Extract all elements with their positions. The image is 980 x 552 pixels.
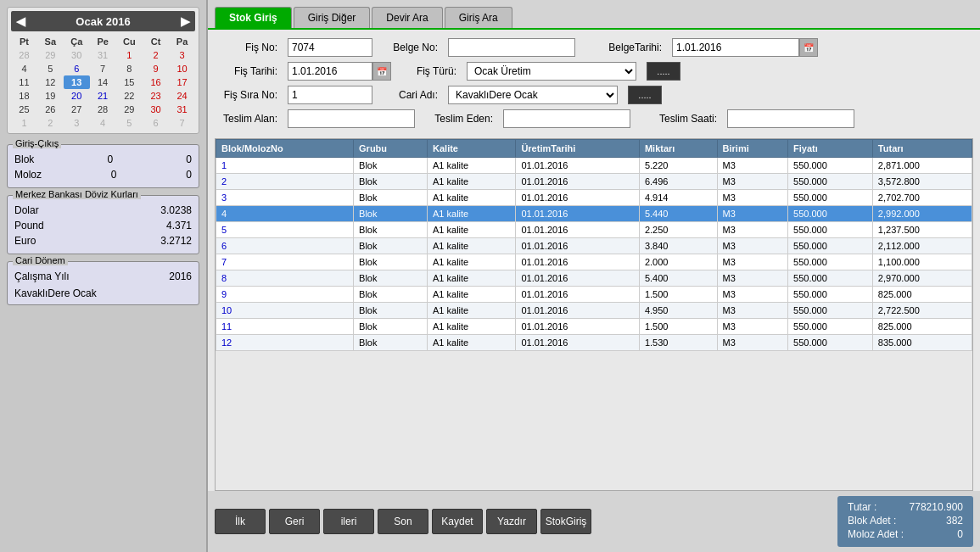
calendar-day[interactable]: 29 — [37, 48, 64, 62]
calendar-day[interactable]: 28 — [11, 48, 37, 62]
calendar-day[interactable]: 15 — [116, 75, 143, 89]
belge-tarihi-wrap: 📅 — [672, 38, 818, 57]
calendar-day[interactable]: 14 — [90, 75, 116, 89]
bottom-btn-ileri[interactable]: ileri — [323, 509, 374, 534]
calendar-day[interactable]: 16 — [143, 75, 169, 89]
fis-tarihi-input[interactable] — [288, 62, 372, 81]
table-cell: M3 — [717, 158, 788, 174]
fis-sira-no-input[interactable] — [288, 86, 372, 104]
table-cell: 550.000 — [788, 270, 873, 287]
calendar-day[interactable]: 29 — [116, 103, 143, 116]
calendar-day[interactable]: 31 — [169, 103, 195, 116]
fis-turu-select[interactable]: Ocak Üretim — [467, 62, 636, 81]
table-cell: M3 — [717, 335, 788, 351]
calendar-day-header: Ça — [64, 35, 90, 48]
table-cell: 3 — [216, 190, 354, 206]
bottom-btn-stokgiriş[interactable]: StokGiriş — [540, 509, 591, 534]
calendar-day[interactable]: 20 — [64, 89, 90, 103]
calendar-day[interactable]: 24 — [169, 89, 195, 103]
calendar-day[interactable]: 13 — [64, 75, 90, 89]
calendar-day[interactable]: 12 — [37, 75, 64, 89]
bottom-btn-geri[interactable]: Geri — [269, 509, 320, 534]
calendar-day[interactable]: 26 — [37, 103, 64, 116]
tab-devir-ara[interactable]: Devir Ara — [372, 7, 442, 28]
table-row[interactable]: 9BlokA1 kalite01.01.20161.500M3550.00082… — [216, 287, 972, 303]
calendar-day[interactable]: 19 — [37, 89, 64, 103]
teslim-eden-input[interactable] — [503, 109, 630, 128]
calendar-day[interactable]: 9 — [143, 62, 169, 75]
tab-giriş-diğer[interactable]: Giriş Diğer — [294, 7, 371, 28]
cari-adi-select[interactable]: KavaklıDere Ocak — [448, 86, 618, 104]
fis-tarihi-label: Fiş Tarihi: — [218, 65, 277, 77]
calendar-day[interactable]: 3 — [169, 48, 195, 62]
table-row[interactable]: 8BlokA1 kalite01.01.20165.400M3550.0002,… — [216, 270, 972, 287]
table-row[interactable]: 3BlokA1 kalite01.01.20164.914M3550.0002,… — [216, 190, 972, 206]
belge-no-input[interactable] — [448, 38, 575, 57]
calendar-day[interactable]: 28 — [90, 103, 116, 116]
table-row[interactable]: 2BlokA1 kalite01.01.20166.496M3550.0003,… — [216, 174, 972, 190]
calendar-prev-button[interactable]: ◀ — [16, 14, 25, 28]
bottom-btn-i̇lk[interactable]: İlk — [215, 509, 266, 534]
table-row[interactable]: 1BlokA1 kalite01.01.20165.220M3550.0002,… — [216, 158, 972, 174]
table-cell: 550.000 — [788, 238, 873, 254]
calendar-day[interactable]: 5 — [116, 116, 143, 130]
cari-adi-btn[interactable]: ..... — [628, 86, 662, 104]
calendar-week-row: 28293031123 — [11, 48, 195, 62]
belge-no-label: Belge No: — [383, 42, 438, 53]
fis-no-input[interactable] — [288, 38, 372, 57]
table-row[interactable]: 7BlokA1 kalite01.01.20162.000M3550.0001,… — [216, 254, 972, 270]
table-cell: Blok — [354, 287, 428, 303]
bottom-btn-yazdır[interactable]: Yazdır — [486, 509, 537, 534]
bottom-btn-son[interactable]: Son — [378, 509, 428, 534]
table-row[interactable]: 6BlokA1 kalite01.01.20163.840M3550.0002,… — [216, 238, 972, 254]
calendar-day[interactable]: 6 — [143, 116, 169, 130]
calendar-day[interactable]: 25 — [11, 103, 37, 116]
calendar-day[interactable]: 1 — [116, 48, 143, 62]
calendar-day[interactable]: 17 — [169, 75, 195, 89]
tab-stok-giriş[interactable]: Stok Giriş — [215, 7, 292, 28]
table-row[interactable]: 5BlokA1 kalite01.01.20162.250M3550.0001,… — [216, 222, 972, 238]
belge-tarihi-input[interactable] — [672, 38, 799, 57]
calendar-day[interactable]: 6 — [64, 62, 90, 75]
bottom-btn-kaydet[interactable]: Kaydet — [432, 509, 483, 534]
calendar-day[interactable]: 4 — [11, 62, 37, 75]
calendar-day[interactable]: 2 — [143, 48, 169, 62]
table-cell: 11 — [216, 319, 354, 335]
calendar-day[interactable]: 31 — [90, 48, 116, 62]
calendar-day[interactable]: 7 — [169, 116, 195, 130]
table-row[interactable]: 4BlokA1 kalite01.01.20165.440M3550.0002,… — [216, 206, 972, 222]
pound-val: 4.371 — [166, 220, 192, 231]
table-scroll[interactable]: Blok/MolozNoGrubuKaliteÜretimTarihiMikta… — [215, 138, 973, 491]
calendar-day[interactable]: 21 — [90, 89, 116, 103]
calendar-day-header: Cu — [116, 35, 143, 48]
calendar-day[interactable]: 7 — [90, 62, 116, 75]
calendar-day[interactable]: 2 — [37, 116, 64, 130]
table-cell: 2 — [216, 174, 354, 190]
table-row[interactable]: 12BlokA1 kalite01.01.20161.530M3550.0008… — [216, 335, 972, 351]
calendar-day[interactable]: 30 — [143, 103, 169, 116]
calendar-day[interactable]: 4 — [90, 116, 116, 130]
calendar-day[interactable]: 18 — [11, 89, 37, 103]
calendar-day[interactable]: 8 — [116, 62, 143, 75]
teslim-saati-input[interactable] — [727, 109, 854, 128]
calendar-day[interactable]: 1 — [11, 116, 37, 130]
calendar-day[interactable]: 11 — [11, 75, 37, 89]
calendar-day[interactable]: 10 — [169, 62, 195, 75]
calendar-day[interactable]: 23 — [143, 89, 169, 103]
belge-tarihi-cal-icon[interactable]: 📅 — [799, 38, 818, 57]
fis-tarihi-cal-icon[interactable]: 📅 — [372, 62, 391, 81]
calendar-day[interactable]: 22 — [116, 89, 143, 103]
table-row[interactable]: 11BlokA1 kalite01.01.20161.500M3550.0008… — [216, 319, 972, 335]
table-row[interactable]: 10BlokA1 kalite01.01.20164.950M3550.0002… — [216, 303, 972, 319]
calendar-day[interactable]: 27 — [64, 103, 90, 116]
euro-val: 3.2712 — [160, 235, 192, 247]
fis-turu-btn[interactable]: ..... — [647, 62, 680, 81]
calendar-day[interactable]: 30 — [64, 48, 90, 62]
teslim-alan-input[interactable] — [288, 109, 415, 128]
calendar-day[interactable]: 5 — [37, 62, 64, 75]
tab-giriş-ara[interactable]: Giriş Ara — [445, 7, 512, 28]
giris-cikis-section: Giriş-Çıkış Blok 0 0 Moloz 0 0 — [7, 144, 199, 188]
fis-sira-no-label: Fiş Sıra No: — [218, 89, 277, 101]
calendar-day[interactable]: 3 — [64, 116, 90, 130]
calendar-next-button[interactable]: ▶ — [181, 14, 190, 28]
